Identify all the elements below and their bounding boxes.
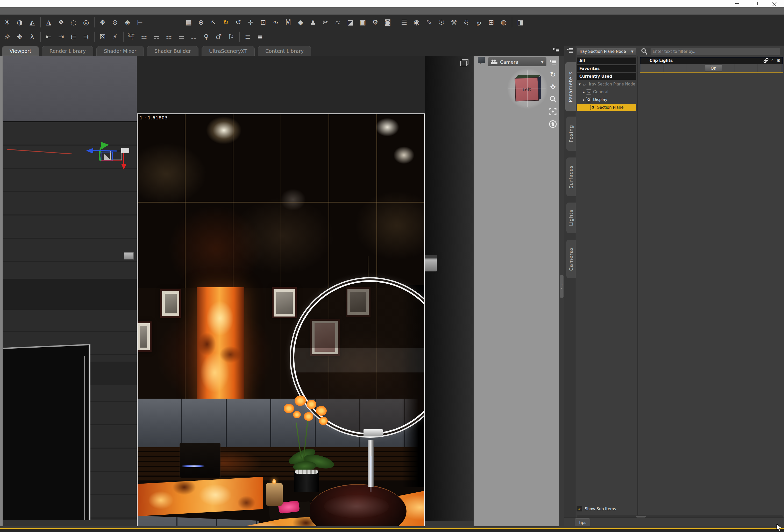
new-node-icon[interactable]: ❖: [55, 16, 67, 28]
viewport-layout-icon[interactable]: ▦: [183, 16, 195, 28]
tree-display[interactable]: ▶ G Display: [577, 96, 636, 103]
new-camera-icon[interactable]: ◎: [80, 16, 92, 28]
uv-view-icon[interactable]: ◍: [498, 16, 510, 28]
tab-viewport[interactable]: Viewport: [2, 46, 39, 56]
home-icon[interactable]: [548, 120, 558, 129]
joint-editor-icon[interactable]: ∿: [270, 16, 282, 28]
new-distant-light-icon[interactable]: ◭: [26, 16, 38, 28]
view-navigation-cube[interactable]: Left: [513, 74, 541, 103]
splitter-handle[interactable]: ◂▸: [560, 275, 563, 298]
gear-icon[interactable]: ⚙: [777, 58, 781, 63]
filter-currently-used[interactable]: Currently Used: [577, 73, 636, 80]
scrollbar-thumb[interactable]: [636, 516, 646, 517]
map-transfer-icon[interactable]: ⊞: [485, 16, 498, 28]
frame-icon[interactable]: [548, 107, 558, 116]
favorite-heart-icon[interactable]: ♡: [771, 58, 775, 63]
search-icon[interactable]: [641, 48, 648, 55]
pose-control-2-icon[interactable]: ⚎: [150, 31, 163, 43]
tree-iray-section-plane-node[interactable]: ▼ ▱ Iray Section Plane Node: [577, 81, 636, 88]
expander-icon[interactable]: ▶: [581, 91, 586, 93]
left-pane-edge[interactable]: [0, 56, 3, 526]
scene-tools-3-icon[interactable]: Scene Tools 3: [125, 31, 138, 43]
figure-flag-icon[interactable]: ⚐: [225, 31, 237, 43]
scene-lights-off-icon[interactable]: ☒: [96, 31, 109, 43]
checkbox-checked-icon[interactable]: ✔: [577, 506, 582, 512]
tab-parameters[interactable]: Parameters: [565, 62, 576, 111]
bend-figure-icon[interactable]: λ: [26, 31, 38, 43]
mesh-grabber-icon[interactable]: M: [282, 16, 294, 28]
new-instance-icon[interactable]: ⊛: [109, 16, 121, 28]
clip-lights-header[interactable]: Clip Lights ♡ ⚙: [640, 57, 783, 64]
new-point-light-icon[interactable]: ☀: [1, 16, 13, 28]
toolbar-gap[interactable]: [146, 16, 183, 28]
toolbar-separator[interactable]: [94, 32, 94, 42]
pin-rotation-icon[interactable]: ⇤: [43, 31, 55, 43]
zoom-icon[interactable]: [548, 95, 558, 104]
translate-tool-icon[interactable]: ✛: [245, 16, 257, 28]
filter-favorites[interactable]: Favorites: [577, 65, 636, 72]
transfer-utility-icon[interactable]: ☉: [435, 16, 448, 28]
puppeteer-icon[interactable]: ℘: [473, 16, 485, 28]
camera-selector[interactable]: Camera ▼: [488, 57, 547, 66]
tab-cameras[interactable]: Cameras: [566, 240, 576, 278]
viewport-pane-menu-icon[interactable]: [553, 47, 560, 53]
new-group-icon[interactable]: ✥: [96, 16, 109, 28]
tab-shader-mixer[interactable]: Shader Mixer: [96, 46, 144, 56]
viewport-cube-icon[interactable]: [478, 57, 485, 63]
minimize-button[interactable]: [731, 1, 743, 7]
toolbar-separator[interactable]: [396, 17, 396, 27]
transform-gizmo[interactable]: [85, 140, 132, 174]
close-button[interactable]: [768, 1, 780, 7]
property-hierarchy-icon[interactable]: ⚒: [448, 16, 460, 28]
edit-figure-icon[interactable]: ✎: [423, 16, 435, 28]
node-selector-dropdown[interactable]: Iray Section Plane Node ▼: [577, 48, 636, 55]
filter-all[interactable]: All: [577, 57, 636, 64]
universal-rotate-tool-icon[interactable]: ↻: [220, 16, 232, 28]
toolbar-separator[interactable]: [40, 17, 41, 27]
section-plane-handle[interactable]: [124, 252, 134, 259]
toolbar-separator[interactable]: [40, 32, 41, 42]
pose-control-3-icon[interactable]: ⚏: [163, 31, 175, 43]
tips-tab[interactable]: Tips: [575, 518, 590, 527]
orbit-icon[interactable]: ↻: [548, 70, 558, 79]
light-transform-icon[interactable]: ✥: [13, 31, 26, 43]
link-icon[interactable]: [763, 58, 769, 63]
smoothing-brush-icon[interactable]: ≈: [332, 16, 344, 28]
toolbar-separator[interactable]: [123, 32, 123, 42]
tab-posing[interactable]: Posing: [566, 116, 576, 151]
expander-icon[interactable]: ▶: [581, 99, 586, 101]
render-icon[interactable]: ◙: [382, 16, 394, 28]
parameter-list-b-icon[interactable]: ≣: [254, 31, 267, 43]
new-null-icon[interactable]: ◌: [67, 16, 80, 28]
mirror-pose-left-icon[interactable]: ⇇: [67, 31, 80, 43]
tree-general[interactable]: ▶ G General: [577, 89, 636, 95]
node-weight-brush-icon[interactable]: ✂: [319, 16, 332, 28]
spot-render-icon[interactable]: ▣: [357, 16, 369, 28]
viewport-options-icon[interactable]: [548, 57, 558, 66]
tool-settings-icon[interactable]: ⚙: [369, 16, 382, 28]
scale-tool-icon[interactable]: ⊡: [257, 16, 270, 28]
pose-control-4-icon[interactable]: ⚌: [175, 31, 188, 43]
dock-pane-menu-icon[interactable]: [566, 47, 573, 53]
toolbar-separator[interactable]: [239, 32, 240, 42]
tab-surfaces[interactable]: Surfaces: [566, 158, 576, 196]
aspect-frame-icon[interactable]: [462, 59, 469, 64]
tab-content-library[interactable]: Content Library: [258, 46, 311, 56]
new-spotlight-icon[interactable]: ◑: [13, 16, 26, 28]
tab-lights[interactable]: Lights: [566, 202, 576, 233]
new-primitive-icon[interactable]: ◮: [43, 16, 55, 28]
pane-splitter[interactable]: ◂▸: [559, 56, 564, 526]
create-light-icon[interactable]: ☼: [1, 31, 13, 43]
figure-selection-icon[interactable]: ♟: [307, 16, 319, 28]
nav-cube-face[interactable]: Left: [514, 77, 539, 101]
tree-section-plane[interactable]: G Section Plane: [577, 104, 636, 111]
new-cube-icon[interactable]: ◈: [121, 16, 134, 28]
clip-lights-on-button[interactable]: On: [705, 65, 722, 72]
filter-search-input[interactable]: [650, 48, 780, 55]
mirror-pose-right-icon[interactable]: ⇉: [80, 31, 92, 43]
node-selection-tool-icon[interactable]: ↖: [207, 16, 220, 28]
section-plane-handle[interactable]: [423, 255, 437, 272]
aim-at-icon[interactable]: ◉: [411, 16, 423, 28]
align-pane-icon[interactable]: ☰: [398, 16, 411, 28]
pan-icon[interactable]: ✥: [548, 82, 558, 91]
